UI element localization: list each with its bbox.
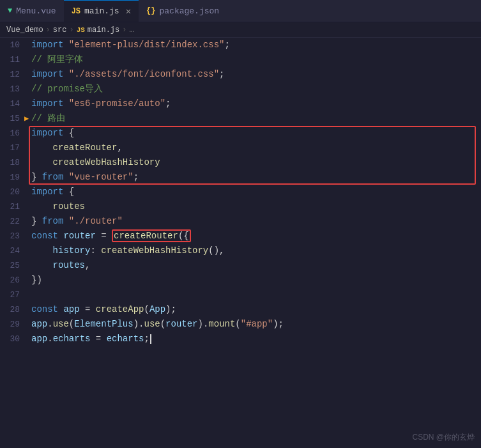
code-line-11: 11 // 阿里字体: [0, 52, 481, 67]
line-num-20: 20: [0, 185, 29, 199]
tab-label-menu-vue: Menu.vue: [16, 6, 56, 16]
code-line-30: 30 app.echarts = echarts;: [0, 332, 481, 346]
line-content-29: app.use(ElementPlus).use(router).mount("…: [29, 317, 481, 331]
line-content-27: [29, 288, 481, 302]
tab-bar: ▼ Menu.vue JS main.js ✕ {} package.json: [0, 0, 481, 22]
line-num-24: 24: [0, 244, 29, 258]
code-line-17: 17 createRouter,: [0, 141, 481, 155]
line-num-30: 30: [0, 332, 29, 346]
line-content-26: }): [29, 273, 481, 287]
breadcrumb-js-icon: JS: [77, 26, 85, 34]
tab-package-json[interactable]: {} package.json: [139, 0, 227, 22]
code-line-27: 27: [0, 288, 481, 302]
code-line-19: 19 } from "vue-router";: [0, 170, 481, 185]
breadcrumb-sep3: ›: [122, 26, 126, 35]
line-content-21: routes: [29, 199, 481, 213]
line-content-10: import "element-plus/dist/index.css";: [29, 38, 481, 52]
line-num-12: 12: [0, 68, 29, 82]
line-content-12: import "./assets/font/iconfont.css";: [29, 67, 481, 81]
line-num-26: 26: [0, 274, 29, 288]
line-content-19: } from "vue-router";: [29, 170, 481, 184]
line-content-15: // 路由: [29, 111, 481, 125]
breadcrumb-sep2: ›: [69, 26, 73, 35]
line-num-14: 14: [0, 97, 29, 111]
inline-highlight-box: createRouter({: [112, 229, 191, 242]
line-num-28: 28: [0, 303, 29, 317]
line-content-13: // promise导入: [29, 82, 481, 96]
code-line-18: 18 createWebHashHistory: [0, 155, 481, 170]
code-line-21: 21 routes: [0, 199, 481, 214]
line-content-16: import {: [29, 126, 481, 140]
close-icon[interactable]: ✕: [126, 6, 131, 17]
line-num-29: 29: [0, 318, 29, 332]
tab-menu-vue[interactable]: ▼ Menu.vue: [0, 0, 64, 22]
code-line-23: 23 const router = createRouter({: [0, 229, 481, 243]
line-num-16: 16: [0, 127, 29, 141]
tab-main-js[interactable]: JS main.js ✕: [64, 0, 139, 22]
js-icon: JS: [72, 7, 80, 16]
watermark: CSDN @你的玄烨: [412, 432, 475, 443]
code-line-26: 26 }): [0, 273, 481, 288]
line-num-13: 13: [0, 82, 29, 97]
line-content-20: import {: [29, 185, 481, 199]
line-num-23: 23: [0, 229, 29, 243]
line-content-17: createRouter,: [29, 141, 481, 155]
code-line-28: 28 const app = createApp(App);: [0, 302, 481, 317]
code-line-15: ▶ 15 // 路由: [0, 111, 481, 126]
code-line-29: 29 app.use(ElementPlus).use(router).moun…: [0, 317, 481, 332]
line-content-23: const router = createRouter({: [29, 229, 481, 243]
tab-label-package-json: package.json: [159, 6, 219, 16]
code-line-13: 13 // promise导入: [0, 82, 481, 97]
line-num-18: 18: [0, 156, 29, 170]
line-content-11: // 阿里字体: [29, 52, 481, 66]
line-content-14: import "es6-promise/auto";: [29, 97, 481, 111]
line-num-22: 22: [0, 215, 29, 229]
tab-label-main-js: main.js: [84, 6, 119, 16]
arrow-indicator: ▶: [24, 112, 29, 126]
breadcrumb-sep1: ›: [46, 26, 50, 35]
line-num-19: 19: [0, 171, 29, 185]
breadcrumb-vue-demo: Vue_demo: [6, 26, 43, 35]
vue-icon: ▼: [8, 6, 12, 15]
line-content-30: app.echarts = echarts;: [29, 332, 481, 346]
breadcrumb-src: src: [53, 26, 67, 35]
code-line-12: 12 import "./assets/font/iconfont.css";: [0, 67, 481, 82]
breadcrumb-mainjs: main.js: [88, 26, 119, 35]
json-icon: {}: [146, 6, 155, 15]
code-line-20: 20 import {: [0, 185, 481, 199]
code-line-16: 16 import {: [0, 126, 481, 141]
code-line-22: 22 } from "./router": [0, 214, 481, 229]
highlight-block-16-19: 16 import { 17 createRouter, 18 createWe…: [0, 126, 481, 185]
line-num-10: 10: [0, 38, 29, 52]
code-line-14: 14 import "es6-promise/auto";: [0, 97, 481, 111]
breadcrumb: Vue_demo › src › JS main.js › …: [0, 22, 481, 38]
code-line-24: 24 history: createWebHashHistory(),: [0, 243, 481, 258]
line-content-24: history: createWebHashHistory(),: [29, 243, 481, 258]
code-line-10: 10 import "element-plus/dist/index.css";: [0, 38, 481, 52]
line-num-21: 21: [0, 200, 29, 214]
line-content-18: createWebHashHistory: [29, 155, 481, 169]
breadcrumb-ellipsis: …: [129, 26, 134, 35]
line-content-25: routes,: [29, 258, 481, 272]
line-num-25: 25: [0, 259, 29, 273]
line-num-11: 11: [0, 53, 29, 67]
line-content-22: } from "./router": [29, 214, 481, 228]
line-num-17: 17: [0, 141, 29, 155]
code-line-25: 25 routes,: [0, 258, 481, 273]
line-num-27: 27: [0, 288, 29, 302]
code-editor: 10 import "element-plus/dist/index.css";…: [0, 38, 481, 448]
line-content-28: const app = createApp(App);: [29, 302, 481, 316]
